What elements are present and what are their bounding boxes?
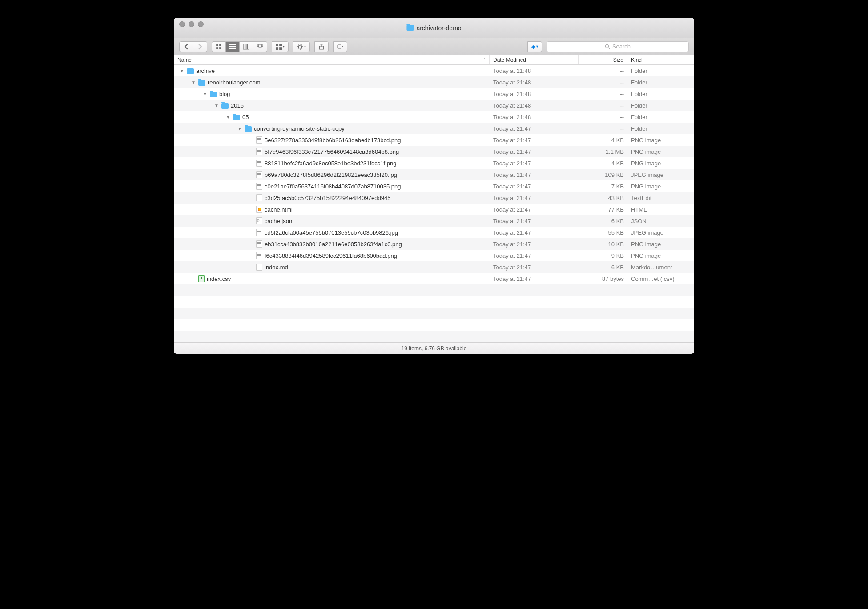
list-view-button[interactable] [226, 41, 240, 52]
file-row[interactable]: ▼blogToday at 21:48--Folder [174, 88, 694, 100]
file-name: archive [196, 68, 215, 74]
dropbox-button[interactable]: ◈▾ [527, 41, 542, 52]
file-date: Today at 21:47 [490, 172, 579, 178]
svg-line-21 [608, 48, 610, 49]
svg-rect-1 [219, 44, 221, 46]
image-file-icon [256, 252, 262, 259]
zoom-button[interactable] [198, 21, 204, 27]
window-controls [179, 21, 204, 27]
image-file-icon [256, 160, 262, 167]
file-row[interactable]: 5e6327f278a336349f8bb6b26163dabedb173bcd… [174, 134, 694, 146]
svg-rect-7 [243, 44, 245, 49]
share-button[interactable] [314, 41, 329, 52]
file-size: -- [579, 79, 627, 86]
file-name: b69a780dc3278f5d86296d2f219821eeac385f20… [265, 172, 397, 178]
file-row[interactable]: ▼archiveToday at 21:48--Folder [174, 65, 694, 76]
back-button[interactable] [179, 41, 193, 52]
html-file-icon [256, 206, 262, 213]
file-kind: Folder [627, 102, 694, 109]
disclosure-open-icon[interactable]: ▼ [202, 92, 208, 96]
file-row[interactable]: cd5f2a6cfa00a45e755b07013e59cb7c03bb9826… [174, 227, 694, 238]
empty-row [174, 319, 694, 331]
svg-rect-14 [276, 44, 278, 46]
file-row[interactable]: c3d25fac5b0c573275b15822294e484097edd945… [174, 192, 694, 204]
file-row[interactable]: cache.htmlToday at 21:4777 KBHTML [174, 204, 694, 215]
forward-button[interactable] [193, 41, 207, 52]
svg-rect-8 [245, 44, 247, 49]
file-date: Today at 21:47 [490, 160, 579, 167]
file-date: Today at 21:47 [490, 137, 579, 144]
search-input[interactable]: Search [547, 41, 689, 52]
file-size: 6 KB [579, 218, 627, 224]
chevron-down-icon: ▾ [304, 44, 306, 48]
svg-point-18 [299, 45, 302, 48]
file-row[interactable]: 881811befc2fa6ad9c8ec058e1be3bd231fdcc1f… [174, 157, 694, 169]
json-file-icon [256, 217, 262, 224]
disclosure-open-icon[interactable]: ▼ [237, 126, 242, 131]
file-date: Today at 21:48 [490, 68, 579, 74]
file-row[interactable]: b69a780dc3278f5d86296d2f219821eeac385f20… [174, 169, 694, 180]
file-date: Today at 21:47 [490, 229, 579, 236]
file-name: 5f7e9463f96f333c721775646094148ca3d604b8… [265, 148, 399, 155]
file-row[interactable]: index.csvToday at 21:4787 bytesComm…et (… [174, 273, 694, 284]
file-kind: JPEG image [627, 229, 694, 236]
icon-view-button[interactable] [212, 41, 226, 52]
column-name[interactable]: Name˄ [174, 55, 490, 64]
file-row[interactable]: eb31cca43b832b0016a2211e6e0058b263f4a1c0… [174, 238, 694, 250]
tags-button[interactable] [333, 41, 347, 52]
image-file-icon [256, 240, 262, 248]
minimize-button[interactable] [189, 21, 194, 27]
arrange-button[interactable]: ▾ [272, 41, 289, 52]
disclosure-open-icon[interactable]: ▼ [179, 68, 185, 73]
file-row[interactable]: f6c4338884f46d3942589fcc29611fa68b600bad… [174, 250, 694, 261]
file-kind: PNG image [627, 160, 694, 167]
file-date: Today at 21:48 [490, 79, 579, 86]
file-name: c0e21ae7f0a56374116f08b44087d07ab8710035… [265, 183, 401, 190]
image-file-icon [256, 148, 262, 155]
file-icon [256, 194, 262, 201]
file-name: cache.json [265, 218, 292, 224]
disclosure-open-icon[interactable]: ▼ [214, 103, 219, 108]
file-row[interactable]: ▼converting-dynamic-site-static-copyToda… [174, 123, 694, 134]
image-file-icon [256, 136, 262, 144]
file-size: -- [579, 114, 627, 120]
file-kind: Folder [627, 68, 694, 74]
column-header: Name˄ Date Modified Size Kind [174, 55, 694, 65]
file-name: renoirboulanger.com [208, 79, 261, 86]
folder-icon [221, 103, 229, 109]
coverflow-view-button[interactable] [253, 41, 267, 52]
file-date: Today at 21:47 [490, 125, 579, 132]
file-date: Today at 21:48 [490, 102, 579, 109]
titlebar[interactable]: archivator-demo [174, 18, 694, 38]
svg-point-20 [605, 44, 608, 48]
file-row[interactable]: 5f7e9463f96f333c721775646094148ca3d604b8… [174, 146, 694, 157]
file-row[interactable]: cache.jsonToday at 21:476 KBJSON [174, 215, 694, 227]
file-kind: TextEdit [627, 195, 694, 201]
file-kind: Folder [627, 91, 694, 97]
action-button[interactable]: ▾ [293, 41, 310, 52]
file-date: Today at 21:47 [490, 218, 579, 224]
file-size: 43 KB [579, 195, 627, 201]
file-list: ▼archiveToday at 21:48--Folder▼renoirbou… [174, 65, 694, 342]
file-row[interactable]: ▼renoirboulanger.comToday at 21:48--Fold… [174, 76, 694, 88]
file-row[interactable]: ▼2015Today at 21:48--Folder [174, 100, 694, 111]
folder-icon [187, 68, 194, 74]
disclosure-open-icon[interactable]: ▼ [225, 115, 231, 120]
file-row[interactable]: ▼05Today at 21:48--Folder [174, 111, 694, 123]
file-name: 05 [242, 114, 249, 120]
column-size[interactable]: Size [579, 55, 627, 64]
file-name: c3d25fac5b0c573275b15822294e484097edd945 [265, 195, 390, 201]
column-kind[interactable]: Kind [627, 55, 694, 64]
close-button[interactable] [179, 21, 185, 27]
file-date: Today at 21:47 [490, 195, 579, 201]
file-name: eb31cca43b832b0016a2211e6e0058b263f4a1c0… [265, 241, 402, 248]
column-view-button[interactable] [240, 41, 253, 52]
svg-rect-17 [279, 47, 282, 50]
file-row[interactable]: c0e21ae7f0a56374116f08b44087d07ab8710035… [174, 180, 694, 192]
svg-rect-12 [261, 45, 263, 47]
file-row[interactable]: index.mdToday at 21:476 KBMarkdo…ument [174, 261, 694, 273]
file-name: converting-dynamic-site-static-copy [254, 125, 345, 132]
column-date[interactable]: Date Modified [490, 55, 579, 64]
file-date: Today at 21:48 [490, 91, 579, 97]
disclosure-open-icon[interactable]: ▼ [191, 80, 196, 85]
